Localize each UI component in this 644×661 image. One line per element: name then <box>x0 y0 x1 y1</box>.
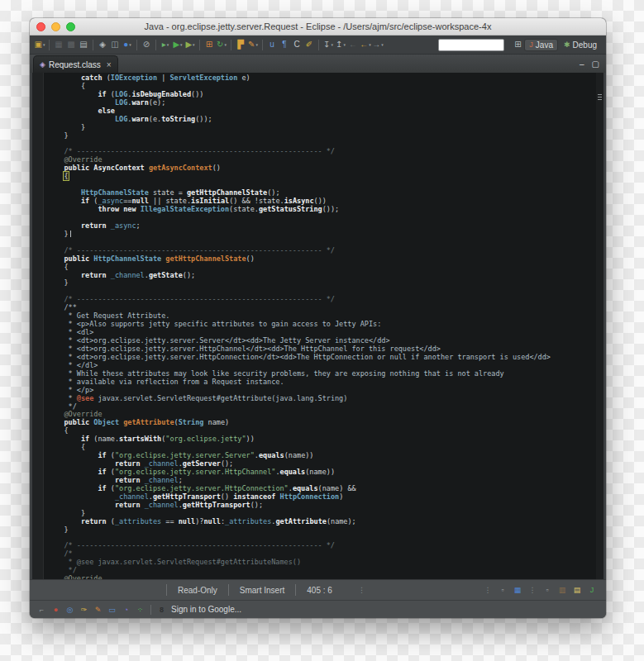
annotation-ruler[interactable] <box>32 73 44 579</box>
window-title: Java - org.eclipse.jetty.server.Request … <box>30 21 606 31</box>
code-line: public AsyncContext getAsyncContext() <box>47 164 596 173</box>
show-whitespace-icon[interactable]: ¶ <box>279 38 290 51</box>
zoom-window-icon[interactable] <box>66 22 75 31</box>
code-line: if (name.startsWith("org.eclipse.jetty")… <box>47 435 596 444</box>
drag-handle-icon[interactable]: ⋮ <box>482 584 494 596</box>
code-line: LOG.warn(e.toString()); <box>47 116 596 124</box>
overflow-handle-icon[interactable]: ⋮ <box>358 586 365 594</box>
print-icon[interactable]: ▤ <box>78 38 89 51</box>
bottom-trim-bar: ⌐●◎✑✎▭◔⁘ 8 Sign in to Google... <box>30 600 606 618</box>
external-tools-icon[interactable]: ● <box>122 38 133 51</box>
code-line: * available via reflection from a Reques… <box>47 378 596 387</box>
last-edit-location-icon[interactable]: ← <box>347 38 359 51</box>
code-line: @Override <box>47 575 596 579</box>
save-all-icon[interactable]: ▩ <box>65 38 77 51</box>
tab-request-class[interactable]: ◈ Request.class × <box>33 55 118 73</box>
jar-export-icon[interactable]: ◫ <box>109 38 121 51</box>
brush-icon[interactable]: ✎ <box>93 604 103 615</box>
outline-icon[interactable]: ▦ <box>512 584 523 596</box>
separator <box>93 40 93 50</box>
google-signin-icon: 8 <box>156 604 167 615</box>
eclipse-window: Java - org.eclipse.jetty.server.Request … <box>30 18 606 618</box>
minimize-window-icon[interactable] <box>51 22 60 31</box>
skip-breakpoints-icon[interactable]: ⊘ <box>141 38 152 51</box>
minimize-view-icon[interactable]: – <box>580 59 584 69</box>
google-signin-link[interactable]: Sign in to Google... <box>171 605 241 614</box>
main-toolbar: ▣▦▩▤◈◫●⊘▸▶▶⊞↻▛✎u¶C✐↧↥←←→ ⊞ J Java ✱ Debu… <box>30 36 606 55</box>
code-line: } <box>47 124 596 132</box>
run-icon[interactable]: ▶ <box>172 38 184 51</box>
next-annotation-icon[interactable]: ↧ <box>322 38 334 51</box>
window-titlebar[interactable]: Java - org.eclipse.jetty.server.Request … <box>30 18 606 36</box>
maximize-view-icon[interactable]: ▢ <box>592 59 599 69</box>
code-viewport[interactable]: catch (IOException | ServletException e)… <box>44 73 596 579</box>
separator <box>155 40 156 50</box>
coverage-icon[interactable]: ▸ <box>160 38 171 51</box>
terminal-icon[interactable]: ▭ <box>107 604 117 615</box>
perspective-button-debug[interactable]: ✱ Debug <box>559 39 602 51</box>
java-status-icon[interactable]: J <box>586 584 598 596</box>
writable-indicator-icon[interactable]: ▫ <box>497 584 508 596</box>
save-icon[interactable]: ▦ <box>53 38 64 51</box>
status-cursor-position: 405 : 6 <box>296 586 343 595</box>
code-line: return (_attributes == null)?null:_attri… <box>47 518 596 526</box>
quick-access-input[interactable] <box>438 39 504 51</box>
code-line: catch (IOException | ServletException e) <box>47 74 596 83</box>
new-project-icon[interactable]: ⊞ <box>203 38 215 51</box>
drag-handle-icon[interactable]: ⋮ <box>527 584 538 596</box>
overview-ruler-mark[interactable] <box>598 94 602 102</box>
code-line: } <box>47 231 596 239</box>
code-line: * @see javax.servlet.ServletRequest#getA… <box>47 559 596 567</box>
mark-occurrences-icon[interactable]: ✎ <box>247 38 259 51</box>
code-line: return _channel.getHttpTransport(); <box>47 502 596 510</box>
code-line: /* -------------------------------------… <box>47 542 596 550</box>
trim-icons: ⌐●◎✑✎▭◔⁘ <box>35 604 147 615</box>
source-code: catch (IOException | ServletException e)… <box>44 73 596 579</box>
new-wizard-icon[interactable]: ▣ <box>34 38 45 51</box>
progress-icon[interactable]: ⁘ <box>135 604 145 615</box>
perspective-button-java[interactable]: J Java <box>524 39 558 51</box>
separator <box>199 40 200 50</box>
quick-fix-icon[interactable]: ✐ <box>303 38 315 51</box>
show-selected-element-icon[interactable]: u <box>266 38 278 51</box>
close-tab-icon[interactable]: × <box>107 60 112 69</box>
code-line: /* -------------------------------------… <box>47 148 596 156</box>
traffic-lights <box>36 18 75 35</box>
desktop-transparent-background: Java - org.eclipse.jetty.server.Request … <box>0 0 644 661</box>
open-perspective-icon[interactable]: ⊞ <box>512 38 523 51</box>
memory-monitor-icon[interactable]: ▥ <box>556 584 568 596</box>
java-perspective-icon: J <box>529 40 533 49</box>
editor-area: catch (IOException | ServletException e)… <box>30 73 606 579</box>
separator <box>262 40 263 50</box>
copy-files-icon[interactable]: ▤ <box>571 584 583 596</box>
annotate-icon[interactable]: ✑ <box>79 604 89 615</box>
tab-label: Request.class <box>49 60 101 69</box>
code-line: { <box>47 173 596 181</box>
debug-icon[interactable]: ▶ <box>184 38 196 51</box>
refresh-icon[interactable]: ↻ <box>216 38 227 51</box>
insert-mode-icon[interactable]: ▫ <box>541 584 553 596</box>
separator <box>150 605 151 615</box>
open-folder-icon[interactable]: ▛ <box>235 38 246 51</box>
forward-icon[interactable]: → <box>372 38 384 51</box>
code-line: } <box>47 279 596 288</box>
code-line: return _channel.getState(); <box>47 272 596 280</box>
toolbar-icon-group: ▣▦▩▤◈◫●⊘▸▶▶⊞↻▛✎u¶C✐↧↥←←→ <box>34 38 384 51</box>
code-line: /* -------------------------------------… <box>47 296 596 304</box>
previous-annotation-icon[interactable]: ↥ <box>335 38 346 51</box>
new-java-class-icon[interactable]: ◈ <box>97 38 108 51</box>
perspective-label: Java <box>536 40 553 50</box>
close-window-icon[interactable] <box>36 22 45 31</box>
console-icon[interactable]: ◎ <box>64 604 75 615</box>
error-log-icon[interactable]: ● <box>50 604 61 615</box>
back-icon[interactable]: ← <box>360 38 371 51</box>
window-grip-icon[interactable]: ⌐ <box>36 604 47 615</box>
code-line: public HttpChannelState getHttpChannelSt… <box>47 255 596 264</box>
class-file-icon: ◈ <box>40 60 45 69</box>
open-type-icon[interactable]: C <box>291 38 303 51</box>
separator <box>231 40 231 50</box>
sync-icon[interactable]: ◔ <box>121 604 131 615</box>
code-line: * @see javax.servlet.ServletRequest#getA… <box>47 395 596 403</box>
debug-perspective-icon: ✱ <box>564 40 570 49</box>
overview-ruler[interactable] <box>596 73 603 579</box>
